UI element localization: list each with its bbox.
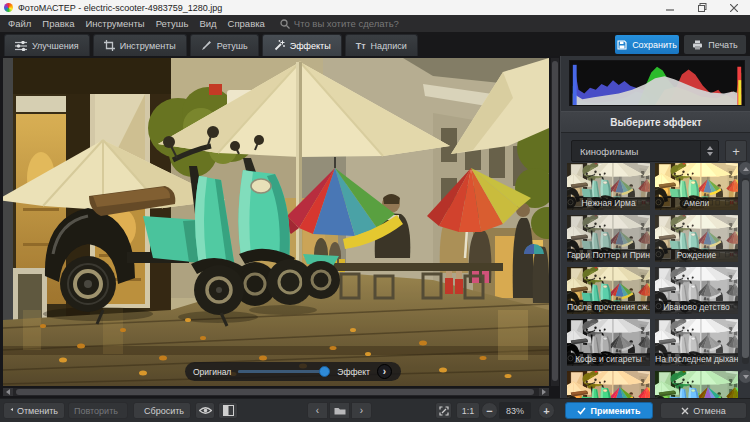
effect-item[interactable]: После прочтения сж...	[567, 267, 650, 314]
zoom-1to1-button[interactable]: 1:1	[456, 402, 480, 419]
category-spinner[interactable]	[700, 141, 718, 161]
menu-edit[interactable]: Правка	[42, 18, 74, 29]
effect-item[interactable]: Иваново детство	[655, 267, 738, 314]
effect-item[interactable]: Нежная Ирма	[567, 163, 650, 210]
photo-canvas-area: Оригинал Эффект ›	[0, 56, 560, 398]
title-bar: ФотоМАСТЕР - electric-scooter-4983759_12…	[0, 0, 750, 15]
vertical-scrollbar[interactable]	[551, 58, 559, 386]
histogram	[569, 60, 745, 106]
floppy-disk-icon	[617, 40, 627, 50]
tab-bar: Улучшения Инструменты Ретушь Эффекты Tт …	[0, 32, 750, 56]
effect-thumbnail	[567, 371, 650, 398]
zoom-level: 83%	[499, 402, 531, 419]
panel-scroll-down-button[interactable]	[739, 370, 750, 383]
text-icon: Tт	[356, 41, 366, 51]
fit-screen-icon	[439, 406, 449, 416]
maximize-button[interactable]	[696, 2, 708, 13]
effect-thumbnail	[655, 371, 738, 398]
sliders-icon	[15, 41, 27, 51]
panel-scroll-up-button[interactable]	[739, 162, 750, 175]
panel-header: Выберите эффект	[561, 111, 750, 133]
compare-view-button[interactable]	[218, 402, 238, 419]
effect-item[interactable]: Гарри Поттер и Прин...	[567, 215, 650, 262]
apply-button[interactable]: Применить	[565, 402, 653, 419]
close-icon	[730, 4, 738, 12]
menu-bar: Файл Правка Инструменты Ретушь Вид Справ…	[0, 15, 750, 32]
undo-button[interactable]: Отменить	[3, 402, 65, 419]
effect-label: Эффект	[337, 367, 370, 377]
preview-original-button[interactable]	[195, 402, 215, 419]
save-label: Сохранить	[632, 40, 677, 50]
menu-retouch[interactable]: Ретушь	[156, 18, 189, 29]
reset-button[interactable]: Сбросить	[133, 402, 191, 419]
horizontal-scrollbar[interactable]	[3, 388, 549, 396]
window-title: ФотоМАСТЕР - electric-scooter-4983759_12…	[18, 3, 222, 13]
menu-tools[interactable]: Инструменты	[85, 18, 144, 29]
zoom-out-button[interactable]: −	[481, 402, 498, 419]
redo-button[interactable]: Повторить	[68, 402, 128, 419]
compare-slider-knob[interactable]	[319, 366, 330, 377]
open-folder-button[interactable]	[329, 402, 350, 419]
split-view-icon	[223, 405, 234, 416]
add-category-button[interactable]: +	[725, 140, 747, 162]
cancel-button[interactable]: Отмена	[660, 402, 747, 419]
folder-icon	[334, 406, 346, 415]
search-icon	[280, 19, 290, 29]
original-label: Оригинал	[193, 367, 231, 377]
x-mark-icon	[681, 407, 689, 415]
tab-captions[interactable]: Tт Надписи	[345, 34, 418, 56]
tab-effects[interactable]: Эффекты	[262, 34, 342, 58]
next-photo-button[interactable]: ›	[351, 402, 372, 419]
spinner-down-icon	[707, 152, 713, 156]
magic-wand-icon	[273, 40, 285, 52]
menu-file[interactable]: Файл	[8, 18, 31, 29]
menu-view[interactable]: Вид	[199, 18, 216, 29]
search-placeholder: Что вы хотите сделать?	[294, 18, 399, 29]
zoom-in-button[interactable]: +	[538, 402, 555, 419]
panel-scrollbar-thumb[interactable]	[742, 180, 749, 358]
compare-slider-track[interactable]	[238, 370, 330, 373]
minimize-icon	[666, 4, 674, 12]
checkmark-icon	[577, 407, 586, 415]
effect-item[interactable]	[567, 371, 650, 398]
previous-photo-button[interactable]: ‹	[307, 402, 328, 419]
print-label: Печать	[708, 40, 737, 50]
minimize-button[interactable]	[664, 2, 676, 13]
status-bar: Отменить Повторить Сбросить ‹ › 1:1 − 83…	[0, 398, 750, 422]
effects-panel: Выберите эффект Кинофильмы + Нежная Ирма…	[560, 56, 750, 398]
vertical-scrollbar-thumb[interactable]	[552, 61, 558, 381]
panel-title: Выберите эффект	[610, 117, 701, 128]
effect-item[interactable]	[655, 371, 738, 398]
close-button[interactable]	[728, 2, 740, 13]
crop-icon	[104, 40, 115, 51]
spinner-up-icon	[707, 146, 713, 150]
eye-icon	[199, 406, 212, 415]
fit-to-screen-button[interactable]	[435, 402, 452, 419]
search-box[interactable]: Что вы хотите сделать?	[280, 18, 399, 29]
triangle-down-icon	[743, 375, 749, 379]
effect-item-selected[interactable]: Амели	[655, 163, 738, 210]
photo-canvas[interactable]	[3, 58, 549, 386]
horizontal-scrollbar-thumb[interactable]	[16, 389, 534, 395]
printer-icon	[692, 40, 703, 50]
effect-item[interactable]: Рождение	[655, 215, 738, 262]
file-navigation: ‹ ›	[307, 402, 372, 419]
effect-item[interactable]: Кофе и сигареты	[567, 319, 650, 366]
tab-tools[interactable]: Инструменты	[93, 34, 187, 56]
save-button[interactable]: Сохранить	[615, 35, 679, 54]
effect-item[interactable]: На последнем дыхании	[655, 319, 738, 366]
scroll-right-button[interactable]	[539, 388, 549, 396]
category-select[interactable]: Кинофильмы	[571, 140, 719, 162]
category-value: Кинофильмы	[572, 146, 700, 157]
brush-icon	[201, 40, 212, 51]
maximize-icon	[698, 3, 707, 12]
tab-retouch[interactable]: Ретушь	[190, 34, 259, 56]
print-button[interactable]: Печать	[684, 35, 746, 54]
scroll-left-button[interactable]	[3, 388, 13, 396]
triangle-right-icon	[542, 389, 546, 395]
app-window: ФотоМАСТЕР - electric-scooter-4983759_12…	[0, 0, 750, 422]
curved-arrow-left-icon	[10, 407, 13, 415]
next-effect-button[interactable]: ›	[377, 364, 392, 379]
menu-help[interactable]: Справка	[228, 18, 265, 29]
tab-improvements[interactable]: Улучшения	[4, 34, 90, 56]
